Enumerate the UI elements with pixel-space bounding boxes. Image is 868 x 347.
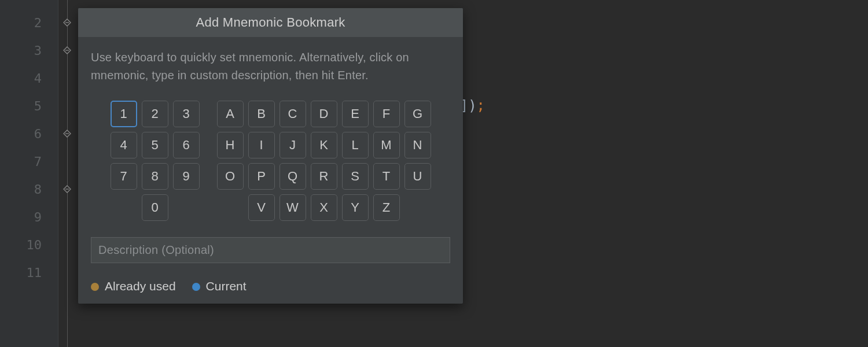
paren-close: ) [468,98,476,114]
mnemonic-key-s[interactable]: S [342,163,369,190]
mnemonic-key-x[interactable]: X [311,194,337,221]
fold-spacer [58,92,75,120]
mnemonic-key-c[interactable]: C [279,101,306,127]
mnemonic-key-a[interactable]: A [217,101,244,127]
description-input[interactable] [91,237,450,263]
mnemonic-key-5[interactable]: 5 [142,132,168,158]
line-number: 7 [0,147,58,175]
mnemonic-key-l[interactable]: L [342,132,369,158]
mnemonic-key-1[interactable]: 1 [111,101,137,127]
mnemonic-key-f[interactable]: F [373,101,400,127]
mnemonic-key-h[interactable]: H [217,132,244,158]
line-number: 3 [0,36,58,64]
fold-marker-icon[interactable] [58,120,75,147]
mnemonic-key-0[interactable]: 0 [142,194,168,221]
popup-title: Add Mnemonic Bookmark [78,8,463,37]
fold-marker-icon[interactable] [58,175,75,203]
fold-spacer [58,259,75,286]
line-number: 2 [0,9,58,36]
legend-already-used: Already used [91,279,176,293]
mnemonic-key-r[interactable]: R [311,163,337,190]
mnemonic-key-2[interactable]: 2 [142,101,168,127]
mnemonic-key-j[interactable]: J [279,132,306,158]
mnemonic-key-grid: 1234567890 ABCDEFGHIJKLMNOPQRSTUVWXYZ [91,101,450,221]
dot-icon [91,283,99,291]
mnemonic-key-m[interactable]: M [373,132,400,158]
mnemonic-key-3[interactable]: 3 [173,101,200,127]
fold-strip [58,0,75,347]
mnemonic-key-v[interactable]: V [248,194,275,221]
dot-icon [192,283,200,291]
mnemonic-key-b[interactable]: B [248,101,275,127]
mnemonic-bookmark-popup: Add Mnemonic Bookmark Use keyboard to qu… [78,8,463,304]
line-number: 9 [0,203,58,231]
mnemonic-key-q[interactable]: Q [279,163,306,190]
mnemonic-key-i[interactable]: I [248,132,275,158]
mnemonic-key-p[interactable]: P [248,163,275,190]
mnemonic-key-7[interactable]: 7 [111,163,137,190]
semicolon: ; [477,98,485,114]
mnemonic-key-e[interactable]: E [342,101,369,127]
fold-marker-icon[interactable] [58,9,75,36]
mnemonic-key-g[interactable]: G [404,101,431,127]
line-number: 5 [0,92,58,120]
mnemonic-key-d[interactable]: D [311,101,337,127]
legend: Already used Current [91,279,450,293]
fold-spacer [58,147,75,175]
line-number: 6 [0,120,58,147]
mnemonic-key-k[interactable]: K [311,132,337,158]
fold-spacer [58,231,75,259]
line-number: 11 [0,259,58,286]
line-number: 8 [0,175,58,203]
fold-marker-icon[interactable] [58,36,75,64]
line-number-gutter: 234567891011 [0,0,58,347]
mnemonic-key-y[interactable]: Y [342,194,369,221]
mnemonic-key-z[interactable]: Z [373,194,400,221]
mnemonic-key-6[interactable]: 6 [173,132,200,158]
line-number: 4 [0,64,58,92]
line-number: 10 [0,231,58,259]
mnemonic-key-8[interactable]: 8 [142,163,168,190]
fold-spacer [58,203,75,231]
mnemonic-key-9[interactable]: 9 [173,163,200,190]
mnemonic-key-t[interactable]: T [373,163,400,190]
popup-instructions: Use keyboard to quickly set mnemonic. Al… [91,49,450,84]
legend-current: Current [192,279,247,293]
mnemonic-key-u[interactable]: U [404,163,431,190]
mnemonic-key-o[interactable]: O [217,163,244,190]
mnemonic-key-w[interactable]: W [279,194,306,221]
mnemonic-key-n[interactable]: N [404,132,431,158]
fold-spacer [58,64,75,92]
mnemonic-key-4[interactable]: 4 [111,132,137,158]
